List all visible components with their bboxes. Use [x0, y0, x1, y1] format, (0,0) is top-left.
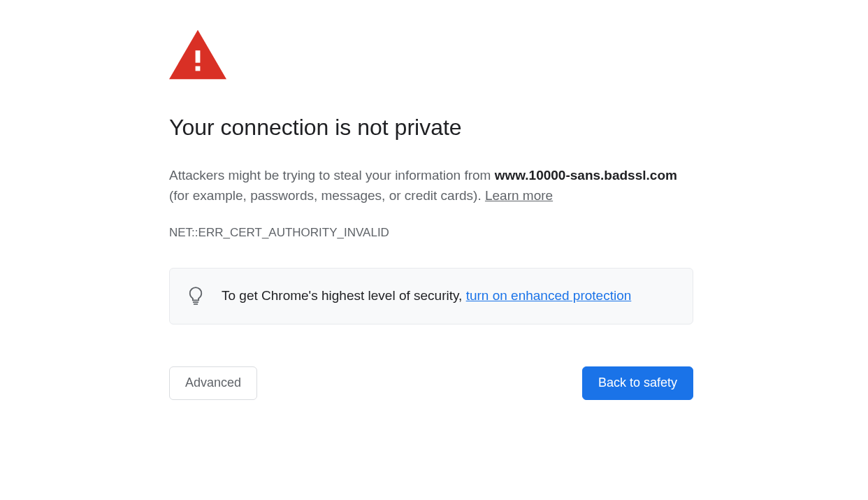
promo-text: To get Chrome's highest level of securit… [222, 285, 631, 306]
advanced-button[interactable]: Advanced [169, 366, 257, 400]
promo-prefix: To get Chrome's highest level of securit… [222, 288, 466, 303]
lightbulb-icon [188, 287, 203, 305]
ssl-error-page: Your connection is not private Attackers… [169, 0, 693, 400]
learn-more-link[interactable]: Learn more [485, 188, 553, 203]
body-suffix: (for example, passwords, messages, or cr… [169, 188, 485, 203]
error-code: NET::ERR_CERT_AUTHORITY_INVALID [169, 226, 693, 240]
hostname: www.10000-sans.badssl.com [495, 168, 677, 183]
body-prefix: Attackers might be trying to steal your … [169, 168, 495, 183]
warning-triangle-icon [169, 29, 693, 80]
svg-rect-2 [196, 66, 201, 71]
svg-rect-1 [196, 50, 201, 63]
page-title: Your connection is not private [169, 113, 693, 141]
enhanced-protection-link[interactable]: turn on enhanced protection [466, 288, 632, 303]
warning-body: Attackers might be trying to steal your … [169, 165, 693, 206]
back-to-safety-button[interactable]: Back to safety [582, 366, 693, 400]
enhanced-protection-promo: To get Chrome's highest level of securit… [169, 268, 693, 324]
button-row: Advanced Back to safety [169, 366, 693, 400]
